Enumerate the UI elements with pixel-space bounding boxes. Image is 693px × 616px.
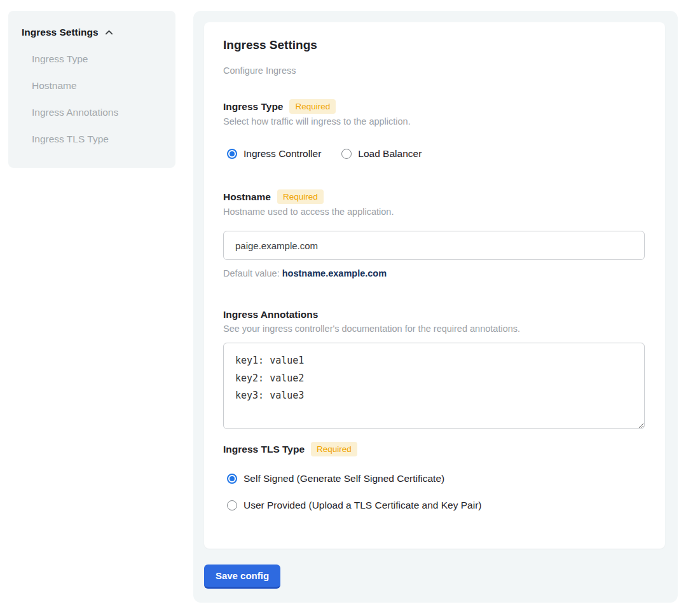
radio-user-provided-label: User Provided (Upload a TLS Certificate … (244, 499, 481, 512)
section-ingress-type: Ingress Type Required Select how traffic… (223, 99, 646, 160)
ingress-type-label: Ingress Type (223, 100, 283, 113)
ingress-settings-card: Ingress Settings Configure Ingress Ingre… (204, 22, 665, 549)
radio-unselected-icon[interactable] (227, 500, 237, 510)
sidebar-item-ingress-tls-type[interactable]: Ingress TLS Type (32, 133, 163, 145)
hostname-input[interactable] (223, 231, 645, 260)
sidebar-item-ingress-type[interactable]: Ingress Type (32, 53, 163, 65)
sidebar-item-ingress-annotations[interactable]: Ingress Annotations (32, 107, 163, 118)
required-badge: Required (311, 442, 357, 456)
radio-ingress-controller-label: Ingress Controller (244, 147, 321, 160)
section-hostname: Hostname Required Hostname used to acces… (223, 189, 646, 279)
page-subtitle: Configure Ingress (223, 66, 646, 76)
radio-load-balancer-label: Load Balancer (358, 147, 422, 160)
required-badge: Required (277, 189, 324, 204)
settings-panel: Ingress Settings Configure Ingress Ingre… (193, 11, 678, 603)
section-ingress-annotations: Ingress Annotations See your ingress con… (223, 308, 646, 429)
ingress-tls-type-label: Ingress TLS Type (223, 443, 305, 456)
default-value-prefix: Default value: (223, 268, 282, 278)
radio-unselected-icon[interactable] (341, 149, 352, 159)
ingress-type-help: Select how traffic will ingress to the a… (223, 116, 646, 127)
sidebar-group-title: Ingress Settings (22, 27, 99, 38)
radio-user-provided[interactable]: User Provided (Upload a TLS Certificate … (223, 499, 646, 512)
radio-load-balancer[interactable]: Load Balancer (341, 147, 422, 160)
sidebar-item-hostname[interactable]: Hostname (32, 80, 163, 92)
required-badge: Required (289, 99, 336, 114)
hostname-label: Hostname (223, 191, 271, 203)
hostname-help: Hostname used to access the application. (223, 207, 646, 217)
radio-ingress-controller[interactable]: Ingress Controller (227, 147, 321, 160)
page-title: Ingress Settings (223, 38, 646, 52)
ingress-annotations-textarea[interactable]: key1: value1 key2: value2 key3: value3 (223, 343, 645, 429)
radio-self-signed-label: Self Signed (Generate Self Signed Certif… (244, 472, 444, 485)
hostname-default-line: Default value: hostname.example.com (223, 268, 646, 279)
ingress-annotations-help: See your ingress controller's documentat… (223, 324, 646, 334)
default-value-text: hostname.example.com (282, 268, 387, 278)
radio-selected-icon[interactable] (227, 149, 237, 159)
radio-selected-icon[interactable] (227, 474, 237, 484)
sidebar-group-toggle[interactable]: Ingress Settings (22, 27, 163, 38)
radio-self-signed[interactable]: Self Signed (Generate Self Signed Certif… (223, 472, 646, 485)
save-config-button[interactable]: Save config (204, 565, 280, 589)
ingress-annotations-label: Ingress Annotations (223, 308, 318, 321)
settings-sidebar: Ingress Settings Ingress Type Hostname I… (8, 11, 175, 168)
section-ingress-tls-type: Ingress TLS Type Required Self Signed (G… (223, 442, 646, 512)
chevron-up-icon[interactable] (104, 28, 114, 38)
ingress-type-radio-group: Ingress Controller Load Balancer (223, 147, 646, 160)
